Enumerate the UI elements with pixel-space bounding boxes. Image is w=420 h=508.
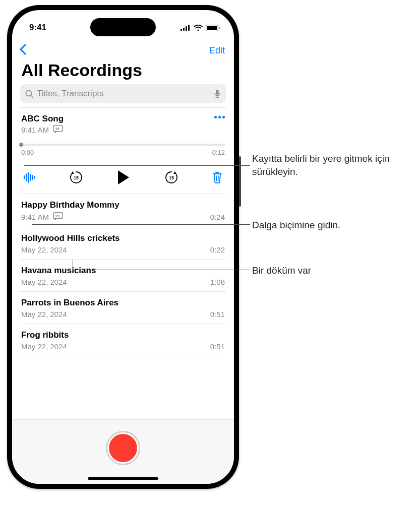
home-indicator[interactable] xyxy=(88,477,158,480)
record-button[interactable] xyxy=(107,432,139,464)
recording-duration: 0:22 xyxy=(210,245,225,254)
callout-line xyxy=(73,260,73,270)
scrubber-handle[interactable] xyxy=(19,143,23,147)
chevron-left-icon xyxy=(19,44,26,55)
recording-row[interactable]: Havana musicians May 22, 2024 1:08 xyxy=(20,260,226,292)
recording-title: ABC Song xyxy=(21,114,64,124)
scrubber-track[interactable] xyxy=(21,144,225,146)
svg-text:99: 99 xyxy=(55,214,59,218)
recording-duration: 0:51 xyxy=(210,342,225,351)
callout-line xyxy=(73,270,250,270)
status-time: 9:41 xyxy=(29,23,46,33)
remaining-time: –0:12 xyxy=(208,149,225,156)
callout-waveform: Dalga biçimine gidin. xyxy=(252,219,340,232)
mic-icon[interactable] xyxy=(214,89,221,98)
recording-title: Frog ribbits xyxy=(21,330,225,340)
cellular-icon xyxy=(181,25,191,31)
recordings-list: ABC Song 9:41 AM 99 xyxy=(12,107,234,356)
more-button[interactable] xyxy=(214,114,225,118)
search-icon xyxy=(25,90,34,98)
recording-row[interactable]: Parrots in Buenos Aires May 22, 2024 0:5… xyxy=(20,292,226,324)
skip-forward-15-button[interactable]: 15 xyxy=(164,170,179,185)
edit-button[interactable]: Edit xyxy=(209,45,225,56)
svg-rect-2 xyxy=(186,26,187,31)
svg-rect-1 xyxy=(183,28,185,31)
screen: 9:41 Edit All Recordings Titles, Transcr… xyxy=(12,10,234,484)
player-scrubber[interactable]: 0:00 –0:12 xyxy=(21,144,225,156)
svg-rect-3 xyxy=(188,25,190,31)
waveform-button[interactable] xyxy=(23,172,35,183)
svg-rect-6 xyxy=(219,27,220,29)
recording-subline: 9:41 AM 99 xyxy=(21,125,64,135)
side-button xyxy=(239,156,241,207)
recording-sub: May 22, 2024 xyxy=(21,245,67,254)
recording-row[interactable]: Frog ribbits May 22, 2024 0:51 xyxy=(20,324,226,356)
svg-rect-5 xyxy=(207,26,217,30)
trash-icon xyxy=(212,171,223,184)
recording-sub: 9:41 AM xyxy=(21,213,49,221)
svg-line-21 xyxy=(218,176,219,181)
skip-back-15-button[interactable]: 15 xyxy=(69,170,84,185)
recording-title: Parrots in Buenos Aires xyxy=(21,298,225,308)
svg-text:99: 99 xyxy=(55,127,59,131)
nav-bar: Edit xyxy=(12,38,234,60)
delete-button[interactable] xyxy=(212,171,223,184)
waveform-icon xyxy=(23,172,35,183)
recording-sub: May 22, 2024 xyxy=(21,342,67,351)
svg-line-8 xyxy=(31,95,33,97)
skip-forward-icon: 15 xyxy=(164,170,179,185)
player-controls: 15 15 xyxy=(21,169,225,188)
recording-row-expanded[interactable]: ABC Song 9:41 AM 99 xyxy=(20,107,226,194)
skip-back-icon: 15 xyxy=(69,170,84,185)
recording-duration: 0:24 xyxy=(210,213,225,221)
svg-line-20 xyxy=(216,176,217,181)
transcript-icon: 99 xyxy=(53,125,63,135)
back-button[interactable] xyxy=(19,44,26,57)
recording-duration: 1:08 xyxy=(210,278,225,286)
search-placeholder: Titles, Transcripts xyxy=(37,89,211,99)
recording-sub: May 22, 2024 xyxy=(21,278,67,286)
phone-frame: 9:41 Edit All Recordings Titles, Transcr… xyxy=(7,5,239,489)
svg-text:15: 15 xyxy=(73,175,78,180)
recording-duration: 0:51 xyxy=(210,310,225,319)
recording-row[interactable]: Hollywood Hills crickets May 22, 2024 0:… xyxy=(20,227,226,260)
play-icon xyxy=(116,169,131,185)
svg-rect-0 xyxy=(181,29,182,31)
elapsed-time: 0:00 xyxy=(21,149,34,156)
recording-sub: May 22, 2024 xyxy=(21,310,67,319)
recording-title: Havana musicians xyxy=(21,266,225,276)
recording-time: 9:41 AM xyxy=(21,125,49,134)
record-bar xyxy=(12,419,234,484)
notch xyxy=(90,18,156,36)
page-title: All Recordings xyxy=(12,60,234,84)
search-field[interactable]: Titles, Transcripts xyxy=(20,84,226,103)
status-right xyxy=(181,25,220,31)
recording-title: Happy Birthday Mommy xyxy=(21,200,225,210)
callout-line xyxy=(32,224,250,225)
recording-title: Hollywood Hills crickets xyxy=(21,233,225,243)
callout-transcript: Bir döküm var xyxy=(252,264,311,277)
play-button[interactable] xyxy=(116,169,131,185)
callout-scrub: Kayıtta belirli bir yere gitmek için sür… xyxy=(252,152,413,178)
callout-line xyxy=(24,165,250,166)
transcript-icon: 99 xyxy=(53,212,63,222)
recording-row[interactable]: Happy Birthday Mommy 9:41 AM 99 0:24 xyxy=(20,194,226,227)
wifi-icon xyxy=(194,25,203,31)
svg-rect-9 xyxy=(216,90,219,95)
battery-icon xyxy=(206,25,220,31)
svg-text:15: 15 xyxy=(168,175,173,180)
